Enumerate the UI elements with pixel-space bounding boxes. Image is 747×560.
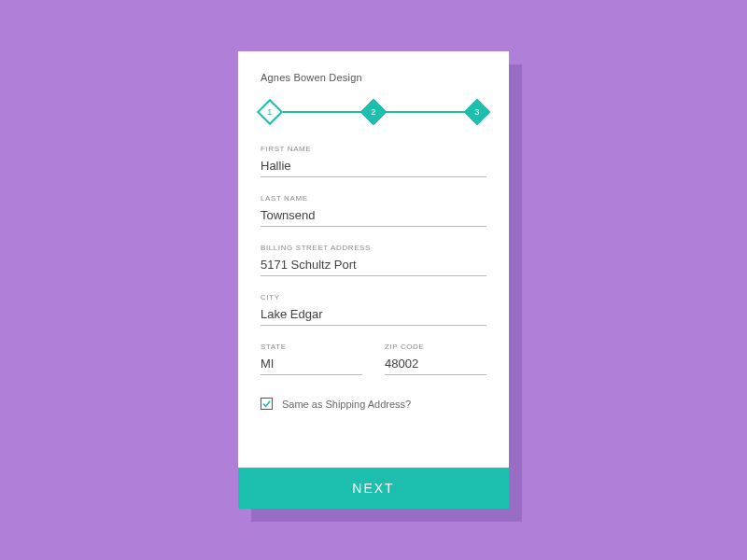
- zip-field: ZIP CODE: [385, 343, 486, 375]
- same-as-shipping-checkbox[interactable]: [261, 398, 273, 410]
- step-3-number: 3: [474, 107, 479, 117]
- city-input[interactable]: [261, 305, 486, 326]
- state-field: STATE: [261, 343, 362, 375]
- next-button[interactable]: NEXT: [238, 468, 509, 509]
- billing-street-field: BILLING STREET ADDRESS: [261, 244, 486, 276]
- state-input[interactable]: [261, 355, 362, 375]
- brand-title: Agnes Bowen Design: [261, 72, 486, 83]
- check-icon: [262, 399, 271, 408]
- last-name-label: LAST NAME: [261, 194, 486, 203]
- city-field: CITY: [261, 293, 486, 326]
- last-name-field: LAST NAME: [261, 194, 486, 227]
- same-as-shipping-label: Same as Shipping Address?: [282, 399, 411, 410]
- progress-stepper: 1 2 3: [261, 100, 486, 124]
- last-name-input[interactable]: [261, 206, 486, 227]
- billing-street-input[interactable]: [261, 256, 486, 276]
- zip-label: ZIP CODE: [385, 343, 486, 351]
- step-1[interactable]: 1: [257, 99, 283, 125]
- first-name-input[interactable]: [261, 157, 486, 177]
- zip-input[interactable]: [385, 355, 486, 375]
- first-name-label: FIRST NAME: [261, 145, 486, 153]
- checkout-card: Agnes Bowen Design 1 2 3 FIRST NAME: [238, 51, 509, 509]
- first-name-field: FIRST NAME: [261, 145, 486, 177]
- step-2[interactable]: 2: [360, 99, 387, 125]
- step-2-number: 2: [371, 107, 375, 117]
- step-3[interactable]: 3: [464, 99, 490, 125]
- step-1-number: 1: [267, 107, 272, 117]
- billing-street-label: BILLING STREET ADDRESS: [261, 244, 486, 252]
- city-label: CITY: [261, 293, 486, 301]
- same-as-shipping-row: Same as Shipping Address?: [261, 398, 486, 410]
- state-label: STATE: [261, 343, 362, 351]
